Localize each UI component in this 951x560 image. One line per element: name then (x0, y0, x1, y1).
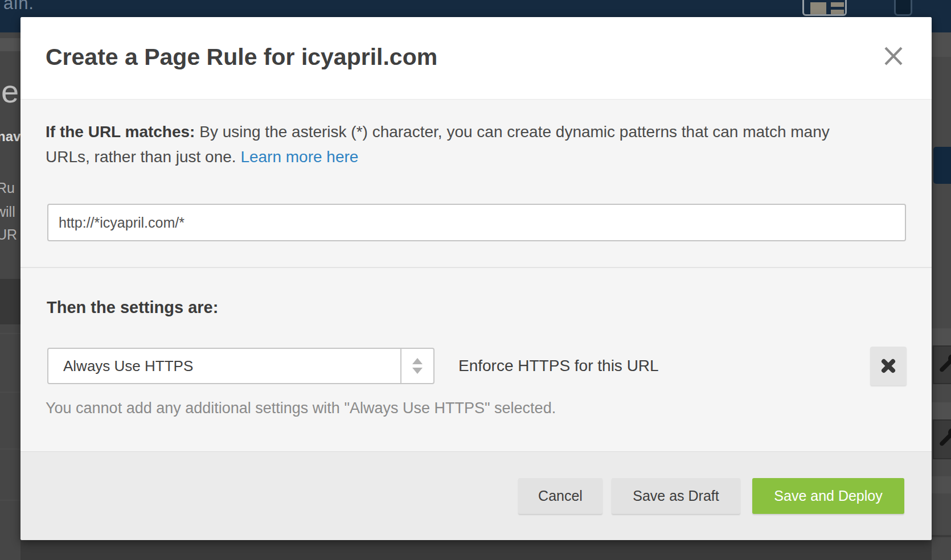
modal-header: Create a Page Rule for icyapril.com (21, 17, 932, 100)
wrench-icon (938, 353, 951, 373)
background-right-strip (932, 32, 951, 560)
save-and-deploy-button[interactable]: Save and Deploy (752, 478, 904, 514)
background-text-fragment: nav (0, 129, 21, 145)
remove-x-icon (879, 357, 897, 375)
background-row-line (0, 500, 21, 501)
background-band (932, 402, 951, 419)
modal-body: If the URL matches: By using the asteris… (21, 100, 932, 451)
background-row-line (0, 333, 21, 334)
background-header-text-fragment: ain. (3, 0, 34, 14)
background-text-fragment: will (0, 204, 15, 220)
screen: ain. e nav Ru will UR Cr (0, 0, 951, 560)
background-row-line (0, 392, 21, 393)
background-bottom-strip (0, 540, 951, 560)
url-match-label: If the URL matches: (46, 123, 195, 141)
background-left-strip: e nav Ru will UR (0, 32, 21, 560)
close-button[interactable] (878, 40, 909, 72)
section-divider (21, 267, 932, 268)
bell-icon (894, 0, 912, 16)
setting-note: You cannot add any additional settings w… (46, 400, 556, 417)
background-band (0, 279, 21, 324)
url-pattern-input[interactable] (47, 204, 906, 241)
url-match-description: If the URL matches: By using the asteris… (46, 120, 843, 170)
remove-setting-button[interactable] (870, 347, 907, 385)
chevron-down-icon (412, 368, 423, 374)
wrench-icon (938, 427, 951, 447)
cancel-button[interactable]: Cancel (518, 478, 602, 514)
setting-select[interactable]: Always Use HTTPS (47, 348, 434, 384)
background-band (932, 476, 951, 493)
setting-select-value: Always Use HTTPS (63, 349, 193, 383)
modal-title: Create a Page Rule for icyapril.com (46, 43, 437, 71)
layout-icon (802, 0, 847, 16)
background-blue-button-fragment (933, 147, 951, 184)
background-row-line (932, 535, 951, 537)
background-band (0, 38, 21, 51)
modal-footer: Cancel Save as Draft Save and Deploy (21, 451, 932, 540)
learn-more-link[interactable]: Learn more here (240, 148, 358, 166)
close-icon (883, 45, 904, 67)
background-row-line (0, 448, 21, 450)
setting-description: Enforce HTTPS for this URL (458, 348, 659, 384)
background-band (932, 32, 951, 57)
settings-heading: Then the settings are: (47, 298, 218, 317)
chevron-up-icon (412, 358, 423, 364)
background-text-fragment: e (1, 73, 19, 110)
create-page-rule-modal: Create a Page Rule for icyapril.com If t… (21, 17, 932, 540)
background-band (932, 328, 951, 345)
background-text-fragment: Ru (0, 180, 15, 196)
save-as-draft-button[interactable]: Save as Draft (612, 478, 740, 514)
background-text-fragment: UR (0, 227, 17, 243)
background-wrench-button (933, 345, 951, 384)
background-wrench-button (933, 419, 951, 459)
select-stepper[interactable] (400, 349, 433, 383)
